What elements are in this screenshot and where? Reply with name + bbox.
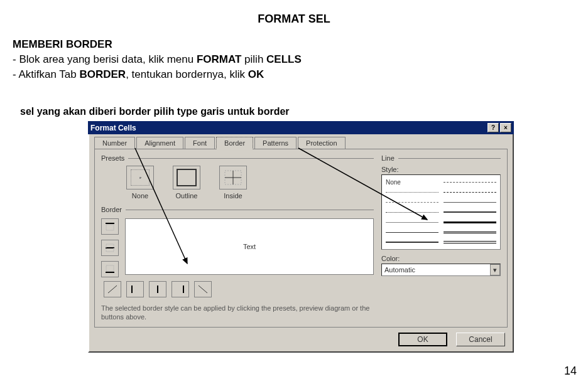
tab-panel-border: Presets None Outline: [94, 149, 508, 328]
instruction-text: , tentukan bordernya, klik: [126, 68, 248, 80]
dialog-note: The selected border style can be applied…: [101, 304, 374, 322]
page-title: FORMAT SEL: [0, 0, 588, 26]
svg-line-13: [199, 285, 207, 293]
border-preview[interactable]: Text: [125, 218, 374, 275]
page-number: 14: [564, 365, 577, 378]
instruction-2: - Aktifkan Tab BORDER, tentukan borderny…: [13, 68, 575, 81]
preset-outline-label: Outline: [173, 192, 200, 200]
divider: [128, 158, 374, 159]
dialog-titlebar[interactable]: Format Cells ? ×: [88, 121, 514, 134]
divider: [126, 210, 374, 210]
preset-none-label: None: [126, 192, 154, 200]
svg-line-9: [108, 285, 117, 293]
content-area: MEMBERI BORDER - Blok area yang berisi d…: [0, 26, 588, 353]
instruction-text: pilih: [241, 53, 266, 65]
close-button[interactable]: ×: [500, 123, 511, 132]
line-label: Line: [381, 154, 395, 162]
border-vert-button[interactable]: [149, 281, 166, 297]
color-label: Color:: [381, 255, 501, 262]
svg-rect-4: [106, 225, 114, 230]
chevron-down-icon: ▾: [490, 264, 500, 275]
tab-alignment[interactable]: Alignment: [136, 137, 183, 149]
style-label: Style:: [381, 166, 501, 173]
border-label: Border: [101, 206, 122, 213]
dialog-buttons: OK Cancel: [94, 328, 508, 348]
ok-button[interactable]: OK: [398, 333, 447, 346]
instruction-text: - Aktifkan Tab: [13, 68, 79, 80]
instruction-1: - Blok area yang berisi data, klik menu …: [13, 53, 575, 66]
help-button[interactable]: ?: [487, 123, 499, 132]
presets-row: None Outline Inside: [101, 166, 374, 200]
border-bottom-button[interactable]: [101, 261, 119, 277]
tab-border[interactable]: Border: [216, 137, 253, 149]
border-top-button[interactable]: [101, 218, 119, 235]
preset-inside-icon: [219, 166, 247, 189]
right-pane: Line Style: None Color:: [381, 154, 501, 322]
tab-number[interactable]: Number: [94, 137, 135, 149]
annotation-text: sel yang akan diberi border pilih type g…: [20, 106, 575, 117]
style-none-label: None: [386, 179, 438, 186]
border-diag2-button[interactable]: [194, 281, 212, 297]
tab-strip: Number Alignment Font Border Patterns Pr…: [94, 137, 508, 149]
dialog-body: Number Alignment Font Border Patterns Pr…: [88, 134, 514, 353]
dialog-title: Format Cells: [90, 124, 136, 132]
border-middle-button[interactable]: [101, 240, 119, 256]
border-left-button[interactable]: [126, 281, 144, 297]
tab-patterns[interactable]: Patterns: [254, 137, 297, 149]
keyword-ok: OK: [248, 68, 264, 80]
svg-rect-8: [106, 265, 114, 271]
format-cells-dialog: Format Cells ? × Number Alignment Font B…: [88, 121, 514, 353]
section-subtitle: MEMBERI BORDER: [13, 38, 575, 51]
presets-label: Presets: [101, 154, 124, 162]
keyword-cells: CELLS: [266, 53, 302, 65]
color-value: Automatic: [384, 266, 415, 274]
keyword-border: BORDER: [79, 68, 126, 80]
divider: [398, 158, 501, 159]
line-style-list[interactable]: None: [381, 174, 501, 250]
preset-inside-label: Inside: [219, 192, 247, 200]
preset-inside[interactable]: Inside: [219, 166, 247, 200]
color-dropdown[interactable]: Automatic ▾: [381, 264, 501, 276]
preview-text: Text: [243, 243, 256, 250]
tab-protection[interactable]: Protection: [298, 137, 346, 149]
border-diag1-button[interactable]: [104, 281, 121, 297]
border-right-button[interactable]: [172, 281, 189, 297]
tab-font[interactable]: Font: [185, 137, 215, 149]
cancel-button[interactable]: Cancel: [456, 333, 505, 346]
preset-outline-icon: [173, 166, 200, 189]
preset-none[interactable]: None: [126, 166, 154, 200]
border-bottom-buttons: [101, 281, 374, 297]
keyword-format: FORMAT: [197, 53, 241, 65]
left-pane: Presets None Outline: [101, 154, 374, 322]
instruction-text: - Blok area yang berisi data, klik menu: [13, 53, 197, 65]
preset-outline[interactable]: Outline: [173, 166, 200, 200]
preset-none-icon: [126, 166, 154, 189]
border-side-buttons: [101, 218, 119, 277]
